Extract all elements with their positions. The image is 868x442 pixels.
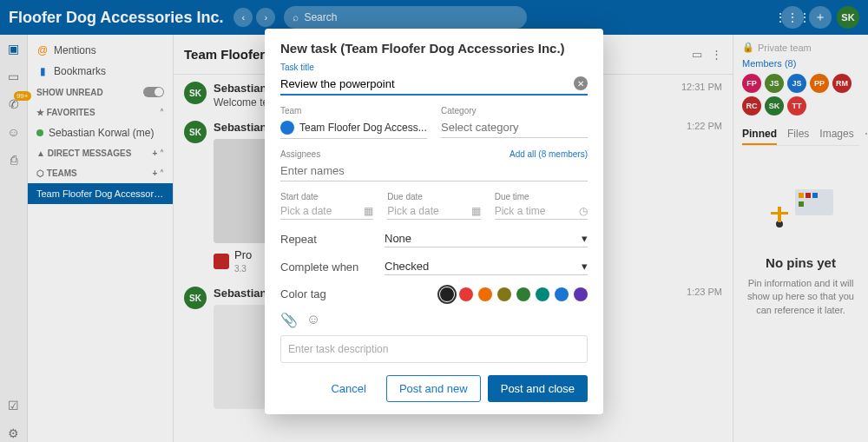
attach-icon[interactable]: 📎 [280, 312, 298, 328]
modal-overlay[interactable]: New task (Team Floofer Dog Accessories I… [0, 0, 868, 442]
due-time-input[interactable]: Pick a time◷ [495, 203, 588, 220]
calendar-icon: ▦ [471, 205, 481, 217]
repeat-label: Repeat [280, 233, 385, 246]
clear-title-icon[interactable]: ✕ [574, 76, 588, 90]
color-tag-label: Color tag [280, 287, 385, 300]
category-input[interactable] [441, 117, 588, 138]
due-date-label: Due date [387, 192, 480, 201]
clock-icon: ◷ [579, 205, 588, 217]
team-icon [280, 121, 294, 135]
color-swatch[interactable] [536, 287, 549, 301]
add-all-link[interactable]: Add all (8 members) [510, 149, 588, 159]
calendar-icon: ▦ [364, 205, 373, 217]
post-and-close-button[interactable]: Post and close [488, 375, 588, 402]
emoji-icon[interactable]: ☺ [306, 312, 320, 328]
color-swatch[interactable] [555, 287, 569, 301]
due-time-label: Due time [495, 192, 588, 201]
assignees-input[interactable] [280, 161, 588, 181]
due-date-input[interactable]: Pick a date▦ [387, 203, 480, 220]
color-swatch[interactable] [516, 287, 530, 301]
color-swatch[interactable] [574, 287, 588, 301]
repeat-select[interactable]: None▾ [385, 232, 588, 247]
color-swatches [385, 287, 588, 301]
color-swatch[interactable] [478, 287, 492, 301]
start-date-label: Start date [280, 192, 373, 201]
new-task-modal: New task (Team Floofer Dog Accessories I… [265, 29, 603, 414]
chevron-down-icon: ▾ [582, 260, 588, 273]
start-date-input[interactable]: Pick a date▦ [280, 203, 373, 220]
category-label: Category [441, 106, 588, 115]
complete-when-label: Complete when [280, 261, 385, 274]
color-swatch[interactable] [497, 287, 511, 301]
color-swatch[interactable] [440, 287, 454, 301]
cancel-button[interactable]: Cancel [318, 375, 378, 402]
task-title-label: Task title [280, 63, 588, 72]
description-input[interactable]: Enter task description [280, 335, 588, 363]
color-swatch[interactable] [459, 287, 473, 301]
post-and-new-button[interactable]: Post and new [386, 375, 481, 402]
team-label: Team [280, 106, 427, 115]
modal-title: New task (Team Floofer Dog Accessories I… [280, 41, 588, 56]
task-title-input[interactable] [280, 74, 574, 94]
complete-when-select[interactable]: Checked▾ [385, 260, 588, 275]
chevron-down-icon: ▾ [582, 232, 588, 245]
team-select[interactable]: Team Floofer Dog Access... [280, 117, 427, 139]
